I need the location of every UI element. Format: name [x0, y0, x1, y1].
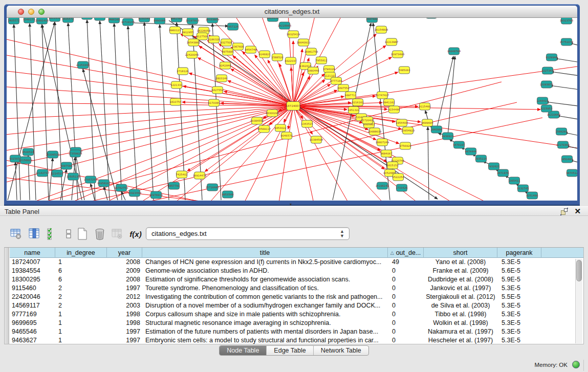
graph-node[interactable]: 8941162	[383, 99, 395, 106]
graph-node[interactable]: 6479197	[453, 141, 465, 148]
cell-year[interactable]: 2012	[107, 293, 142, 301]
graph-node[interactable]: 9853549	[222, 191, 233, 198]
cell-out_de...[interactable]: 0	[388, 293, 424, 301]
cell-out_de...[interactable]: 0	[388, 319, 424, 327]
black-edge[interactable]	[448, 56, 455, 136]
graph-node[interactable]: 9154486	[388, 106, 400, 113]
table-row[interactable]: 969969511998Structural magnetic resonanc…	[10, 319, 583, 327]
graph-node[interactable]: 1588520	[271, 54, 283, 61]
cell-short[interactable]: Hescheler et al. (1997)	[424, 336, 497, 344]
function-builder-icon[interactable]: f(x)	[128, 226, 143, 242]
graph-node[interactable]: 1214519	[51, 170, 63, 177]
cell-pagerank[interactable]: 5.9E-5	[497, 275, 541, 284]
graph-node[interactable]: 16782759	[115, 184, 128, 191]
network-view-canvas[interactable]: 8960123891295518226058912750816543862818…	[7, 18, 577, 201]
graph-node[interactable]: 9861593	[170, 18, 182, 22]
graph-node[interactable]: 2367608	[232, 43, 244, 50]
graph-node[interactable]: 9146821	[258, 51, 270, 58]
graph-node[interactable]: 17359928	[69, 150, 82, 157]
cell-short[interactable]: Jankovic et al. (1997)	[424, 284, 497, 293]
black-edge[interactable]	[114, 24, 122, 200]
graph-node[interactable]: 7485063	[398, 67, 410, 74]
graph-node[interactable]: 9150545	[138, 18, 150, 22]
graph-node[interactable]: 8497552	[337, 84, 349, 92]
table-row[interactable]: 977716911998Corpus callosum shape and si…	[10, 310, 583, 319]
graph-node[interactable]: 1221333	[170, 81, 182, 89]
graph-node[interactable]: 22420046	[185, 51, 199, 58]
graph-node[interactable]: 16543862	[187, 39, 200, 46]
cell-title[interactable]: Estimation of the future numbers of pati…	[142, 327, 388, 336]
graph-node[interactable]: 15716485	[206, 184, 219, 191]
graph-node[interactable]: 12923468	[128, 189, 141, 196]
graph-node[interactable]: 7955812	[315, 57, 327, 64]
graph-node[interactable]: 2687682	[366, 18, 378, 23]
graph-node[interactable]: 8975685	[222, 48, 233, 55]
column-header-year[interactable]: year	[107, 248, 142, 258]
graph-node[interactable]: 9215953	[540, 105, 552, 112]
cell-out_de...[interactable]: 0	[388, 275, 424, 284]
cell-title[interactable]: Corpus callosum shape and size in male p…	[142, 310, 388, 319]
graph-node[interactable]: 1527602	[94, 18, 105, 20]
graph-node[interactable]: 1650463	[561, 156, 573, 163]
panel-divider-grip[interactable]: ▾	[290, 202, 292, 207]
graph-node[interactable]: 9132745	[517, 185, 529, 192]
table-scrollbar[interactable]	[575, 259, 582, 343]
graph-node[interactable]: 13654923	[401, 127, 415, 134]
cell-year[interactable]: 1998	[107, 319, 142, 327]
graph-node[interactable]: 9327508	[220, 39, 232, 46]
graph-node[interactable]: 12505135	[67, 173, 80, 180]
float-panel-icon[interactable]	[561, 208, 568, 215]
cell-in_degree[interactable]: 1	[55, 319, 107, 327]
cell-year[interactable]: 2009	[107, 267, 142, 275]
black-edge[interactable]	[30, 24, 36, 200]
graph-node[interactable]: 9129946	[546, 54, 557, 61]
graph-node[interactable]: 8471876	[497, 169, 509, 177]
column-header-title[interactable]: title	[142, 248, 388, 258]
cell-name[interactable]: 9115460	[10, 284, 55, 293]
tab-edge-table[interactable]: Edge Table	[267, 346, 313, 355]
cell-name[interactable]: 9777169	[10, 310, 55, 319]
graph-node[interactable]: 9874512	[566, 169, 577, 177]
graph-node[interactable]: 8251466	[526, 192, 538, 199]
black-edge[interactable]	[437, 56, 453, 129]
graph-node[interactable]: 1810754	[169, 98, 182, 105]
graph-node[interactable]: 8912955	[182, 29, 193, 36]
citation-graph[interactable]: 8960123891295518226058912750816543862818…	[7, 18, 577, 201]
column-header-in_degree[interactable]: in_degree	[55, 248, 107, 258]
graph-node[interactable]: 1651322	[347, 106, 359, 114]
graph-node[interactable]: 8427552	[211, 86, 223, 94]
cell-year[interactable]: 2003	[107, 301, 142, 310]
cell-in_degree[interactable]: 2	[55, 293, 107, 301]
cell-name[interactable]: 9463627	[10, 336, 55, 344]
graph-node[interactable]: 16648794	[447, 48, 461, 55]
cell-in_degree[interactable]: 2	[55, 301, 107, 310]
graph-node[interactable]: 12170365	[556, 141, 570, 148]
graph-node[interactable]: 1615152	[386, 162, 398, 169]
graph-node[interactable]: 19384554	[250, 117, 264, 124]
red-edge[interactable]	[235, 106, 293, 201]
graph-node[interactable]: 2935114	[475, 155, 487, 162]
black-edge[interactable]	[557, 116, 577, 122]
graph-node[interactable]: 15720407	[361, 117, 374, 124]
graph-node[interactable]: 19218986	[278, 22, 291, 29]
graph-node[interactable]: 2718126	[177, 68, 188, 75]
close-panel-icon[interactable]: ✕	[574, 207, 581, 216]
graph-node[interactable]: 1697711	[344, 92, 356, 99]
graph-node[interactable]: 10688639	[368, 128, 381, 135]
graph-node[interactable]: 8811654	[49, 18, 61, 21]
cell-title[interactable]: Investigating the contribution of common…	[142, 293, 388, 301]
cell-short[interactable]: de Silva et al. (2003)	[424, 301, 497, 310]
red-edge[interactable]	[7, 106, 293, 120]
table-row[interactable]: 946362711997Embryonic stem cells: a mode…	[10, 336, 583, 344]
cell-name[interactable]: 9699695	[10, 319, 55, 327]
graph-node[interactable]: 1569291	[555, 128, 567, 135]
graph-node[interactable]: 9756928	[399, 142, 411, 149]
row-height-icon[interactable]	[61, 226, 76, 242]
graph-node[interactable]: 1840994	[430, 126, 443, 133]
scrollbar-thumb[interactable]	[576, 260, 582, 281]
delete-column-icon[interactable]	[92, 226, 107, 242]
graph-node[interactable]: 8454749	[245, 46, 256, 53]
cell-short[interactable]: Nakamura et al. (1997)	[424, 327, 497, 336]
graph-node[interactable]: 7425402	[176, 171, 187, 178]
cell-title[interactable]: Structural magnetic resonance image aver…	[142, 319, 388, 327]
